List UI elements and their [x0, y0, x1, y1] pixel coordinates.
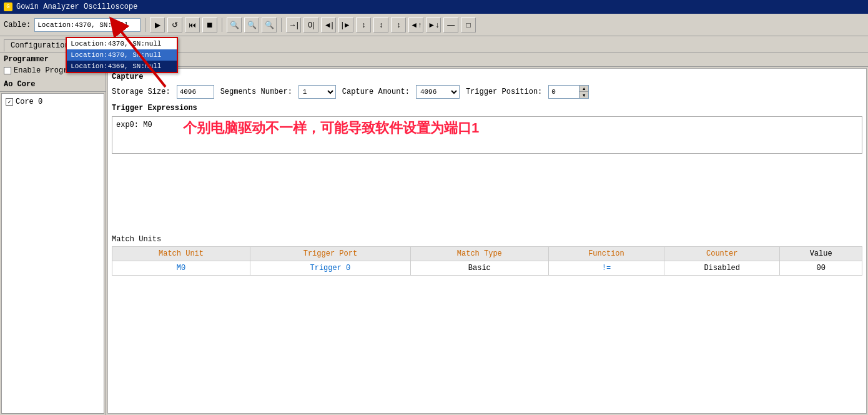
- match-units-table: Match Unit Trigger Port Match Type Funct…: [112, 246, 862, 276]
- toolbar-separator-1: [145, 18, 145, 32]
- run-button[interactable]: ▶: [150, 18, 165, 32]
- storage-size-label: Storage Size:: [112, 88, 170, 96]
- col-function: Function: [548, 247, 664, 261]
- dropdown-item-1[interactable]: Location:4370, SN:null: [67, 38, 177, 49]
- trigger-expressions-section: Trigger Expressions exp0: M0: [112, 104, 862, 154]
- nav-down-button[interactable]: ↕: [373, 18, 388, 32]
- col-match-type: Match Type: [410, 247, 548, 261]
- match-units-section: Match Units Match Unit Trigger Port Matc…: [112, 235, 862, 276]
- nav-forward-button[interactable]: |►: [338, 18, 353, 32]
- cell-counter: Disabled: [664, 261, 780, 276]
- cable-select[interactable]: Location:4370, SN:null Location:4369, SN…: [34, 18, 141, 32]
- trigger-position-label: Trigger Position:: [466, 88, 542, 96]
- core-0-label: Core 0: [16, 98, 42, 106]
- spinner-down-button[interactable]: ▼: [579, 92, 588, 98]
- zoom-in-button[interactable]: 🔍: [227, 18, 242, 32]
- nav-next-button[interactable]: ►↓: [426, 18, 441, 32]
- segments-number-label: Segments Number:: [220, 88, 292, 96]
- cell-match-type: Basic: [410, 261, 548, 276]
- nav-line-button[interactable]: —: [443, 18, 458, 32]
- cell-value: 00: [780, 261, 862, 276]
- match-units-title: Match Units: [112, 235, 862, 244]
- zoom-fit-button[interactable]: 🔍: [262, 18, 277, 32]
- cable-label: Cable:: [4, 21, 31, 29]
- trigger-expression-content: exp0: M0: [116, 121, 152, 129]
- nav-up-button[interactable]: ↕: [356, 18, 371, 32]
- cell-trigger-port: Trigger 0: [250, 261, 411, 276]
- col-trigger-port: Trigger Port: [250, 247, 411, 261]
- trigger-position-spinner: ▲ ▼: [548, 85, 589, 99]
- toolbar: Cable: Location:4370, SN:null Location:4…: [0, 14, 868, 36]
- core-0-item[interactable]: ✓ Core 0: [4, 96, 101, 108]
- capture-amount-select[interactable]: 4096 2048 1024 512: [416, 85, 460, 99]
- nav-expand-button[interactable]: ↕: [391, 18, 406, 32]
- toolbar-separator-3: [281, 18, 282, 32]
- core-list: ✓ Core 0: [1, 93, 104, 414]
- zoom-out-button[interactable]: 🔍: [244, 18, 259, 32]
- col-counter: Counter: [664, 247, 780, 261]
- capture-row: Storage Size: Segments Number: 1 2 4 8 C…: [112, 85, 862, 99]
- main-layout: Programmer Enable Programmer Ao Core ✓ C…: [0, 52, 868, 415]
- spinner-buttons: ▲ ▼: [579, 85, 589, 99]
- nav-prev-button[interactable]: ◄↑: [408, 18, 423, 32]
- segments-number-select[interactable]: 1 2 4 8: [298, 85, 336, 99]
- cable-dropdown-popup[interactable]: Location:4370, SN:null Location:4370, SN…: [66, 37, 178, 73]
- col-value: Value: [780, 247, 862, 261]
- right-panel-content: Capture Storage Size: Segments Number: 1…: [107, 68, 867, 414]
- table-header-row: Match Unit Trigger Port Match Type Funct…: [112, 247, 862, 261]
- table-row[interactable]: M0 Trigger 0 Basic != Disabled 00: [112, 261, 862, 276]
- spinner-up-button[interactable]: ▲: [579, 86, 588, 92]
- capture-title: Capture: [112, 72, 862, 81]
- col-match-unit: Match Unit: [112, 247, 250, 261]
- refresh-button[interactable]: ↺: [167, 18, 182, 32]
- left-panel: Programmer Enable Programmer Ao Core ✓ C…: [0, 52, 106, 415]
- nav-zero-button[interactable]: 0|: [303, 18, 318, 32]
- title-bar: G Gowin Analyzer Oscilloscope: [0, 0, 868, 14]
- dropdown-item-2[interactable]: Location:4370, SN:null: [67, 49, 177, 61]
- right-panel: Core 0 Capture Storage Size: Segments Nu…: [106, 52, 868, 415]
- segments-number-wrapper: 1 2 4 8: [298, 85, 336, 99]
- capture-amount-label: Capture Amount:: [342, 88, 410, 96]
- cell-function: !=: [548, 261, 664, 276]
- ao-core-header: Ao Core: [0, 78, 106, 92]
- toolbar-separator-2: [222, 18, 222, 32]
- capture-section: Capture Storage Size: Segments Number: 1…: [112, 72, 862, 99]
- app-title: Gowin Analyzer Oscilloscope: [16, 2, 137, 11]
- nav-right-button[interactable]: →|: [286, 18, 301, 32]
- enable-programmer-checkbox[interactable]: [4, 67, 11, 74]
- capture-amount-wrapper: 4096 2048 1024 512: [416, 85, 460, 99]
- trigger-expression-box[interactable]: exp0: M0: [112, 116, 862, 154]
- cable-select-wrapper[interactable]: Location:4370, SN:null Location:4369, SN…: [34, 18, 141, 32]
- core-0-checkbox[interactable]: ✓: [6, 98, 13, 106]
- trigger-expressions-title: Trigger Expressions: [112, 104, 862, 112]
- app-icon: G: [4, 2, 12, 11]
- storage-size-input[interactable]: [177, 85, 214, 99]
- trigger-position-input[interactable]: [548, 85, 579, 99]
- nav-box-button[interactable]: □: [461, 18, 476, 32]
- stop-start-button[interactable]: ⏮: [185, 18, 200, 32]
- nav-back-button[interactable]: ◄|: [321, 18, 336, 32]
- dropdown-item-3[interactable]: Location:4369, SN:null: [67, 61, 177, 72]
- stop-button[interactable]: ⏹: [202, 18, 217, 32]
- cell-match-unit: M0: [112, 261, 250, 276]
- right-panel-header: Core 0: [106, 52, 868, 67]
